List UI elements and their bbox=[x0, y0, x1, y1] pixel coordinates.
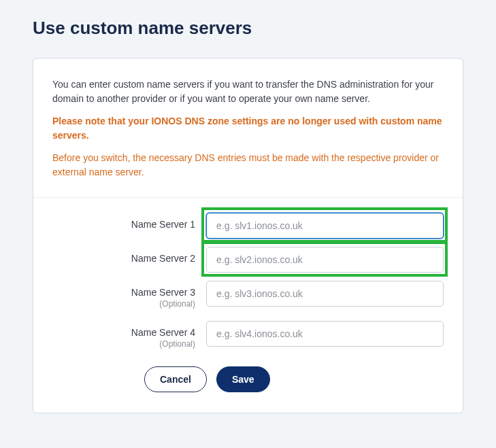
nameserver-input-2[interactable] bbox=[206, 247, 444, 273]
nameserver-input-1[interactable] bbox=[206, 213, 444, 239]
nameserver-input-4[interactable] bbox=[206, 321, 444, 347]
nameserver-row-1: Name Server 1 bbox=[52, 213, 444, 239]
intro-text: You can enter custom name servers if you… bbox=[52, 77, 444, 106]
nameserver-label-block-4: Name Server 4 (Optional) bbox=[52, 321, 206, 350]
nameserver-label-1: Name Server 1 bbox=[52, 213, 206, 230]
nameserver-row-4: Name Server 4 (Optional) bbox=[52, 321, 444, 350]
nameserver-input-3[interactable] bbox=[206, 281, 444, 307]
nameserver-label-2: Name Server 2 bbox=[52, 247, 206, 264]
cancel-button[interactable]: Cancel bbox=[144, 366, 207, 392]
nameserver-label-block-3: Name Server 3 (Optional) bbox=[52, 281, 206, 310]
nameserver-label-4: Name Server 4 bbox=[131, 327, 195, 338]
intro-section: You can enter custom name servers if you… bbox=[33, 58, 463, 198]
optional-label-4: (Optional) bbox=[52, 339, 195, 350]
form-actions: Cancel Save bbox=[144, 366, 444, 392]
optional-label-3: (Optional) bbox=[52, 299, 195, 310]
intro-note: Before you switch, the necessary DNS ent… bbox=[52, 151, 444, 179]
nameserver-row-2: Name Server 2 bbox=[52, 247, 444, 273]
settings-card: You can enter custom name servers if you… bbox=[33, 58, 463, 413]
intro-warning: Please note that your IONOS DNS zone set… bbox=[52, 114, 444, 143]
page-title: Use custom name servers bbox=[33, 18, 463, 39]
nameserver-form: Name Server 1 Name Server 2 Name Server … bbox=[33, 198, 463, 413]
nameserver-row-3: Name Server 3 (Optional) bbox=[52, 281, 444, 310]
save-button[interactable]: Save bbox=[216, 366, 270, 392]
nameserver-label-3: Name Server 3 bbox=[131, 287, 195, 298]
